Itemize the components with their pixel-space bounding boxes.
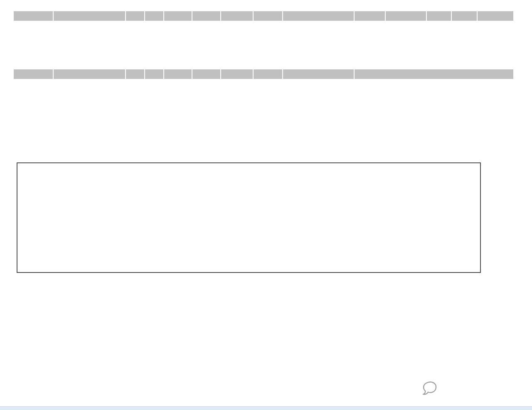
cell-sl — [221, 21, 253, 32]
open-trades-table — [13, 11, 514, 44]
cell-profit — [478, 21, 513, 32]
cell-type — [126, 21, 144, 32]
floating-pl-row — [0, 46, 532, 58]
cell-blank — [283, 21, 354, 32]
cell-ticket — [14, 21, 53, 32]
summary-row — [0, 110, 532, 122]
col-size — [145, 69, 163, 79]
total-commission — [386, 32, 426, 43]
cell-item — [164, 21, 192, 32]
cell-taxes — [427, 21, 451, 32]
open-trades-totals-row — [14, 32, 513, 43]
col-taxes — [427, 11, 451, 21]
col-type — [126, 11, 144, 21]
col-item — [164, 11, 192, 21]
col-open-time — [54, 69, 125, 79]
cell-price-current — [355, 21, 385, 32]
col-price-current — [355, 11, 385, 21]
col-item — [164, 69, 192, 79]
cell-open-time — [54, 21, 125, 32]
totals-spacer — [14, 32, 385, 43]
col-type — [126, 69, 144, 79]
summary-row — [0, 122, 532, 133]
working-orders-header-row — [14, 69, 513, 79]
col-price — [192, 69, 220, 79]
cell-swap — [452, 21, 477, 32]
col-ticket — [14, 69, 53, 79]
col-sl — [221, 69, 253, 79]
col-blank — [355, 69, 513, 79]
balance-chart — [17, 162, 481, 273]
chart-y-axis — [482, 162, 511, 273]
col-market-price — [283, 69, 354, 79]
total-taxes — [427, 32, 451, 43]
cell-tp — [254, 21, 282, 32]
total-swap — [452, 32, 477, 43]
col-price — [192, 11, 220, 21]
col-ticket — [14, 11, 53, 21]
summary-row — [0, 133, 532, 145]
total-profit — [478, 32, 513, 43]
col-size — [145, 11, 163, 21]
col-profit — [478, 11, 513, 21]
cell-commission — [386, 21, 426, 32]
cell-price — [192, 21, 220, 32]
footer-strip — [0, 406, 532, 410]
col-swap — [452, 11, 477, 21]
working-orders-table — [13, 69, 514, 79]
brand-logo-icon — [421, 380, 440, 400]
brand-watermark — [421, 380, 440, 400]
col-commission — [386, 11, 426, 21]
col-sl — [221, 11, 253, 21]
col-blank — [283, 11, 354, 21]
cell-size — [145, 21, 163, 32]
col-open-time — [54, 11, 125, 21]
balance-curve — [17, 163, 480, 272]
col-tp — [254, 69, 282, 79]
open-trades-header-row — [14, 11, 513, 21]
open-trade-row — [14, 21, 513, 32]
col-tp — [254, 11, 282, 21]
